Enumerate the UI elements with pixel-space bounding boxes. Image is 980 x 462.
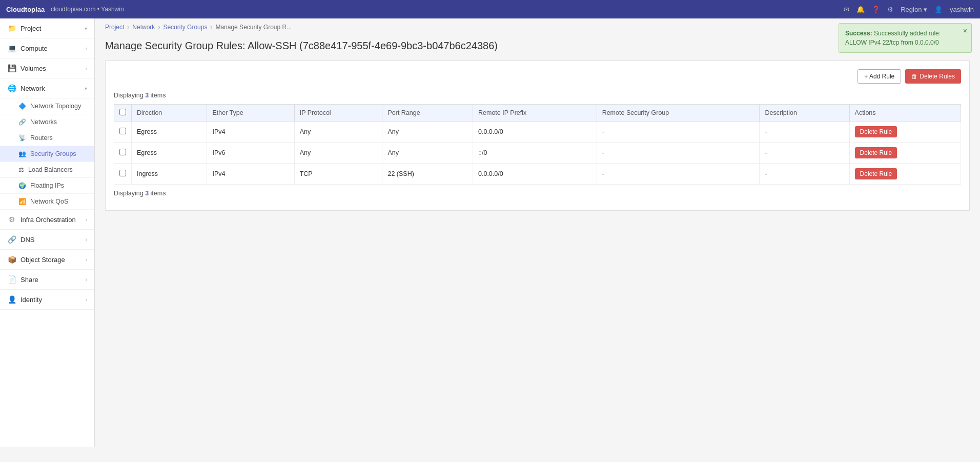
add-rule-button[interactable]: + Add Rule <box>858 69 901 84</box>
sidebar-subitem-floating-ips[interactable]: 🌍 Floating IPs <box>0 178 94 194</box>
delete-rule-button[interactable]: Delete Rule <box>855 147 897 158</box>
trash-icon: 🗑 <box>911 73 917 80</box>
breadcrumb-network[interactable]: Network <box>132 24 155 31</box>
network-icon: 🌐 <box>7 84 16 93</box>
chevron-right-icon: › <box>86 217 87 223</box>
sidebar-subitem-network-topology[interactable]: 🔷 Network Topology <box>0 98 94 114</box>
col-ip-protocol: IP Protocol <box>294 105 382 122</box>
help-icon[interactable]: ❓ <box>872 6 880 13</box>
topbar-tab-label: cloudtopiaa.com • Yashwin <box>51 6 124 13</box>
cell-description: - <box>760 143 849 164</box>
chevron-right-icon: › <box>86 257 87 263</box>
sidebar-label-network: Network <box>21 85 45 92</box>
display-info-bottom: Displaying 3 items <box>114 190 961 197</box>
chevron-right-icon: › <box>86 277 87 283</box>
cell-port-range: Any <box>382 122 473 143</box>
cell-ip-protocol: TCP <box>294 164 382 185</box>
row-checkbox-cell[interactable] <box>114 122 132 143</box>
select-all-header[interactable] <box>114 105 132 122</box>
region-selector[interactable]: Region ▾ <box>901 6 927 13</box>
chevron-right-icon: › <box>86 66 87 71</box>
sidebar-item-compute[interactable]: 💻 Compute › <box>0 38 94 58</box>
chevron-right-icon: › <box>86 237 87 243</box>
sidebar-item-identity[interactable]: 👤 Identity › <box>0 290 94 310</box>
col-actions: Actions <box>849 105 961 122</box>
sidebar-label-infra: Infra Orchestration <box>21 216 76 224</box>
sidebar-label-volumes: Volumes <box>21 65 46 72</box>
networks-icon: 🔗 <box>18 118 26 126</box>
delete-rules-button[interactable]: 🗑 Delete Rules <box>905 69 961 84</box>
display-text-bottom: Displaying <box>114 190 145 197</box>
compute-icon: 💻 <box>7 44 16 53</box>
bell-icon[interactable]: 🔔 <box>856 6 865 13</box>
brand-logo: Cloudtopiaa <box>6 6 45 13</box>
sidebar-subitem-label-security-groups: Security Groups <box>30 150 76 157</box>
cell-remote-sg: - <box>597 164 760 185</box>
cell-remote-sg: - <box>597 143 760 164</box>
user-label[interactable]: yashwin <box>950 6 974 13</box>
delete-rule-button[interactable]: Delete Rule <box>855 126 897 137</box>
sidebar-item-network[interactable]: 🌐 Network ▾ <box>0 78 94 98</box>
breadcrumb-sep-3: › <box>210 24 212 31</box>
infra-orchestration-icon: ⚙ <box>7 215 16 224</box>
chevron-down-icon: ▾ <box>85 26 87 31</box>
breadcrumb-project[interactable]: Project <box>105 24 124 31</box>
sidebar-item-infra-orchestration[interactable]: ⚙ Infra Orchestration › <box>0 210 94 230</box>
sidebar-item-dns[interactable]: 🔗 DNS › <box>0 230 94 250</box>
display-items: items <box>149 92 166 99</box>
cell-remote-ip: ::/0 <box>473 143 597 164</box>
col-remote-sg: Remote Security Group <box>597 105 760 122</box>
table-row: Egress IPv6 Any Any ::/0 - - Delete Rule <box>114 143 961 164</box>
sidebar-subitem-label-floating-ips: Floating IPs <box>30 182 64 189</box>
col-remote-ip: Remote IP Prefix <box>473 105 597 122</box>
sidebar-label-dns: DNS <box>21 236 34 244</box>
sidebar-subitem-network-qos[interactable]: 📶 Network QoS <box>0 194 94 210</box>
floating-ips-icon: 🌍 <box>18 182 26 189</box>
sidebar-item-volumes[interactable]: 💾 Volumes › <box>0 58 94 78</box>
sidebar-label-share: Share <box>21 276 38 284</box>
routers-icon: 📡 <box>18 134 26 142</box>
topbar-tab[interactable]: cloudtopiaa.com • Yashwin <box>51 6 124 13</box>
row-checkbox[interactable] <box>119 170 126 176</box>
security-groups-icon: 👥 <box>18 150 26 157</box>
mail-icon[interactable]: ✉ <box>844 6 849 13</box>
sidebar-item-share[interactable]: 📄 Share › <box>0 270 94 290</box>
load-balancers-icon: ⚖ <box>18 166 24 173</box>
sidebar-subitem-security-groups[interactable]: 👥 Security Groups <box>0 146 94 162</box>
col-direction: Direction <box>132 105 207 122</box>
sidebar-subitem-label-routers: Routers <box>30 134 53 142</box>
row-checkbox[interactable] <box>119 149 126 155</box>
sidebar-subitem-load-balancers[interactable]: ⚖ Load Balancers <box>0 162 94 178</box>
sidebar-subitem-label-network-qos: Network QoS <box>30 198 68 205</box>
sidebar-subitem-label-topology: Network Topology <box>30 103 81 110</box>
breadcrumb-current: Manage Security Group R... <box>215 24 292 31</box>
col-ether-type: Ether Type <box>207 105 294 122</box>
sidebar-subitem-routers[interactable]: 📡 Routers <box>0 130 94 146</box>
row-checkbox[interactable] <box>119 128 126 134</box>
network-qos-icon: 📶 <box>18 198 26 205</box>
sidebar-item-object-storage[interactable]: 📦 Object Storage › <box>0 250 94 270</box>
breadcrumb-security-groups[interactable]: Security Groups <box>163 24 207 31</box>
display-items-bottom: items <box>149 190 166 197</box>
delete-rule-button[interactable]: Delete Rule <box>855 168 897 179</box>
display-text: Displaying <box>114 92 145 99</box>
cell-port-range: Any <box>382 143 473 164</box>
row-checkbox-cell[interactable] <box>114 143 132 164</box>
chevron-right-icon: › <box>86 46 87 51</box>
cell-remote-ip: 0.0.0.0/0 <box>473 122 597 143</box>
main-content: Project › Network › Security Groups › Ma… <box>95 18 980 447</box>
toast-close-button[interactable]: × <box>963 26 967 36</box>
display-info-top: Displaying 3 items <box>114 92 961 99</box>
row-checkbox-cell[interactable] <box>114 164 132 185</box>
table-row: Egress IPv4 Any Any 0.0.0.0/0 - - Delete… <box>114 122 961 143</box>
network-topology-icon: 🔷 <box>18 103 26 110</box>
sidebar-label-identity: Identity <box>21 296 42 304</box>
sidebar-subitem-networks[interactable]: 🔗 Networks <box>0 114 94 130</box>
select-all-checkbox[interactable] <box>119 109 126 115</box>
sidebar-item-project[interactable]: 📁 Project ▾ <box>0 18 94 38</box>
sidebar-subitem-label-load-balancers: Load Balancers <box>28 166 73 173</box>
breadcrumb-sep-1: › <box>127 24 129 31</box>
identity-icon: 👤 <box>7 295 16 304</box>
share-icon: 📄 <box>7 275 16 284</box>
settings-icon[interactable]: ⚙ <box>887 6 893 13</box>
